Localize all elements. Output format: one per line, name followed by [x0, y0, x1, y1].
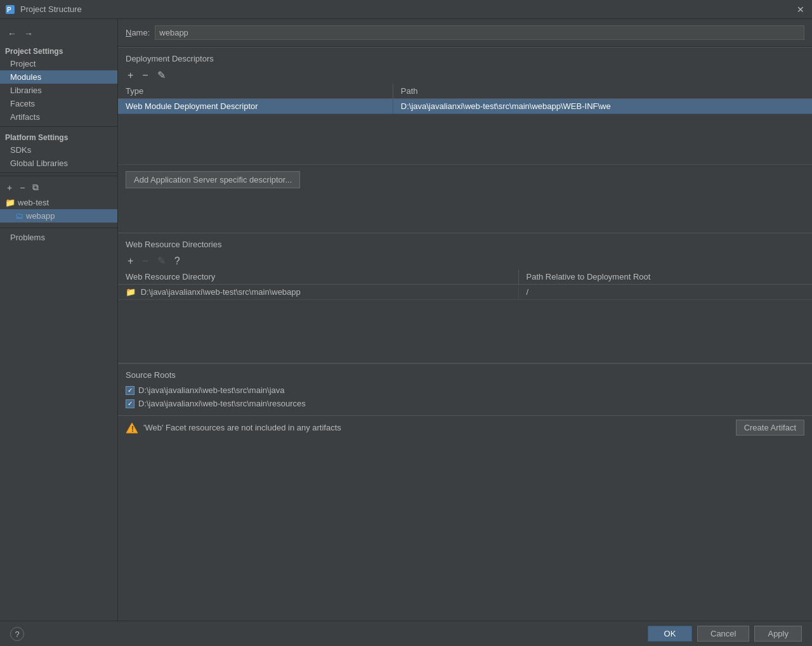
web-resource-remove-button[interactable]: − [140, 255, 150, 267]
tree-remove-button[interactable]: − [18, 182, 27, 193]
source-root-item-1: ✓ D:\java\javalianxi\web-test\src\main\r… [118, 397, 812, 410]
create-artifact-button[interactable]: Create Artifact [736, 420, 804, 436]
deployment-add-button[interactable]: + [126, 70, 135, 81]
cancel-button[interactable]: Cancel [697, 626, 749, 642]
warning-icon: ! [126, 422, 138, 434]
svg-text:P: P [7, 6, 11, 13]
warning-text: 'Web' Facet resources are not included i… [143, 423, 731, 432]
web-resource-header: Web Resource Directories [118, 233, 812, 253]
tree-copy-button[interactable]: ⧉ [30, 181, 41, 193]
bottom-bar: ? OK Cancel Apply [0, 621, 812, 646]
sidebar-item-global-libraries[interactable]: Global Libraries [0, 157, 117, 170]
deployment-col-type: Type [118, 84, 393, 99]
ok-button[interactable]: OK [648, 626, 692, 642]
deployment-row-0[interactable]: Web Module Deployment Descriptor D:\java… [118, 99, 812, 114]
source-root-path-0: D:\java\javalianxi\web-test\src\main\jav… [138, 385, 284, 395]
source-root-checkbox-1[interactable]: ✓ [126, 399, 134, 408]
source-roots-header: Source Roots [118, 363, 812, 384]
deployment-toolbar: + − ✎ [118, 67, 812, 84]
apply-button[interactable]: Apply [754, 626, 802, 642]
warning-bar: ! 'Web' Facet resources are not included… [118, 415, 812, 439]
tree-item-webapp-label: webapp [26, 211, 55, 221]
sidebar-item-facets[interactable]: Facets [0, 97, 117, 110]
source-root-checkbox-0[interactable]: ✓ [126, 386, 134, 395]
content-area: Name: Deployment Descriptors + − ✎ Type … [118, 19, 812, 621]
sidebar-item-libraries[interactable]: Libraries [0, 84, 117, 97]
sidebar-divider-1 [0, 126, 117, 127]
title-bar: P Project Structure ✕ [0, 0, 812, 19]
sidebar-item-problems[interactable]: Problems [0, 231, 117, 244]
nav-forward-button[interactable]: → [22, 27, 36, 40]
close-button[interactable]: ✕ [794, 3, 807, 16]
tree-toolbar: + − ⧉ [0, 179, 117, 196]
project-settings-label: Project Settings [0, 43, 117, 57]
name-label: Name: [126, 28, 150, 37]
deployment-cell-type-0: Web Module Deployment Descriptor [118, 99, 393, 114]
tree-item-web-test-label: web-test [18, 198, 49, 207]
web-resource-col-path: Path Relative to Deployment Root [518, 269, 812, 285]
web-resource-cell-dir-0: 📁 D:\java\javalianxi\web-test\src\main\w… [118, 285, 518, 300]
web-resource-table: Web Resource Directory Path Relative to … [118, 269, 812, 363]
sidebar-item-modules[interactable]: Modules [0, 70, 117, 84]
web-resource-help-button[interactable]: ? [173, 255, 182, 267]
web-resource-toolbar: + − ✎ ? [118, 253, 812, 269]
add-server-button[interactable]: Add Application Server specific descript… [126, 171, 300, 188]
sidebar-nav-bar: ← → [0, 24, 117, 43]
deployment-descriptors-header: Deployment Descriptors [118, 47, 812, 67]
source-root-path-1: D:\java\javalianxi\web-test\src\main\res… [138, 399, 306, 408]
module-tree-section: + − ⧉ 📁 web-test 🗂 webapp [0, 176, 117, 225]
main-layout: ← → Project Settings Project Modules Lib… [0, 19, 812, 621]
sidebar: ← → Project Settings Project Modules Lib… [0, 19, 118, 621]
app-icon: P [5, 4, 15, 15]
deployment-remove-button[interactable]: − [140, 70, 150, 81]
sidebar-item-artifacts[interactable]: Artifacts [0, 110, 117, 124]
sidebar-divider-3 [0, 228, 117, 228]
tree-item-webapp[interactable]: 🗂 webapp [0, 209, 117, 223]
spacer-1 [118, 195, 812, 233]
platform-settings-label: Platform Settings [0, 129, 117, 143]
web-resource-row-0[interactable]: 📁 D:\java\javalianxi\web-test\src\main\w… [118, 285, 812, 300]
name-row: Name: [118, 19, 812, 47]
web-resource-col-dir: Web Resource Directory [118, 269, 518, 285]
web-resource-edit-button[interactable]: ✎ [155, 255, 167, 267]
source-root-item-0: ✓ D:\java\javalianxi\web-test\src\main\j… [118, 384, 812, 397]
help-button[interactable]: ? [10, 627, 24, 641]
web-resource-cell-path-0: / [518, 285, 812, 300]
sidebar-item-sdks[interactable]: SDKs [0, 143, 117, 157]
deployment-table: Type Path Web Module Deployment Descript… [118, 84, 812, 165]
tree-item-web-test[interactable]: 📁 web-test [0, 196, 117, 209]
tree-add-button[interactable]: + [5, 182, 14, 193]
web-resource-dir-icon: 📁 [126, 287, 136, 297]
folder-icon-web-test: 📁 [5, 198, 15, 207]
web-resource-add-button[interactable]: + [126, 255, 135, 267]
deployment-edit-button[interactable]: ✎ [155, 70, 167, 81]
sidebar-divider-2 [0, 172, 117, 173]
svg-text:!: ! [131, 425, 134, 434]
deployment-col-path: Path [393, 84, 812, 99]
deployment-cell-path-0: D:\java\javalianxi\web-test\src\main\web… [393, 99, 812, 114]
nav-back-button[interactable]: ← [5, 27, 19, 40]
sidebar-item-project[interactable]: Project [0, 57, 117, 70]
window-title: Project Structure [20, 4, 82, 14]
name-input[interactable] [155, 25, 804, 40]
module-icon-webapp: 🗂 [15, 211, 23, 221]
